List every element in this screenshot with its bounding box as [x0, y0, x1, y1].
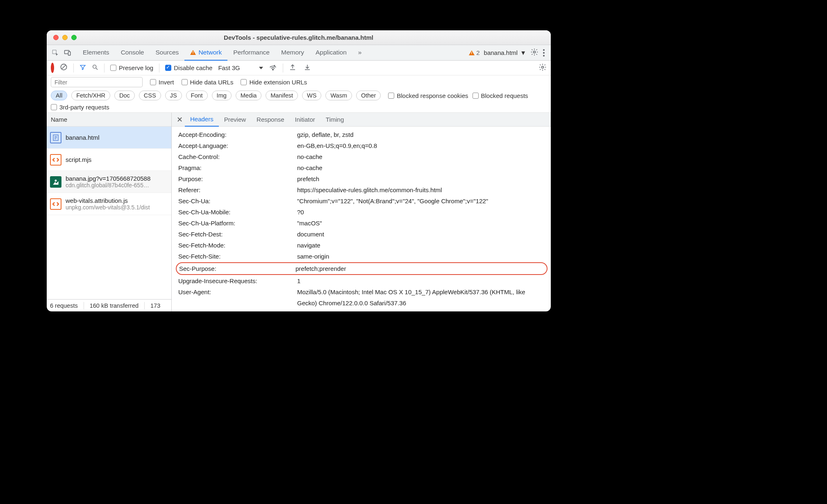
header-key: Upgrade-Insecure-Requests: — [178, 275, 297, 286]
header-row: Cache-Control:no-cache — [178, 151, 551, 162]
third-party-checkbox[interactable]: 3rd-party requests — [51, 104, 109, 111]
request-row[interactable]: banana.jpg?v=1705668720588 cdn.glitch.gl… — [47, 171, 171, 193]
download-har-icon[interactable] — [304, 64, 311, 73]
type-filter-wasm[interactable]: Wasm — [325, 91, 352, 100]
header-key: Purpose: — [178, 173, 297, 184]
type-filter-doc[interactable]: Doc — [114, 91, 135, 100]
inspect-icon[interactable] — [49, 47, 61, 59]
issues-counter[interactable]: 2 — [469, 49, 479, 56]
header-row: Sec-Fetch-Mode:navigate — [178, 240, 551, 251]
header-key: User-Agent: — [178, 286, 297, 309]
type-filter-other[interactable]: Other — [356, 91, 381, 100]
svg-point-3 — [534, 51, 536, 53]
svg-point-12 — [542, 66, 544, 68]
disable-cache-checkbox[interactable]: Disable cache — [165, 64, 212, 71]
type-filter-ws[interactable]: WS — [302, 91, 321, 100]
network-conditions-icon[interactable] — [269, 63, 277, 73]
header-value: prefetch — [297, 173, 551, 184]
upload-har-icon[interactable] — [289, 64, 296, 73]
minimize-window-button[interactable] — [62, 35, 68, 40]
more-tabs-button[interactable]: » — [352, 45, 368, 61]
resources-size: 173 — [150, 302, 160, 309]
header-value: no-cache — [297, 151, 551, 162]
svg-point-4 — [543, 49, 545, 51]
request-list-panel: Name banana.html script.mjs banana.jpg?v… — [47, 113, 172, 311]
throttling-select[interactable]: Fast 3G — [218, 64, 263, 71]
clear-button[interactable] — [60, 63, 68, 73]
detail-tab-initiator[interactable]: Initiator — [290, 113, 320, 127]
header-key: Accept-Language: — [178, 140, 297, 151]
detail-tab-timing[interactable]: Timing — [320, 113, 349, 127]
preserve-log-checkbox[interactable]: Preserve log — [110, 64, 153, 71]
svg-point-11 — [273, 69, 274, 70]
detail-tab-headers[interactable]: Headers — [185, 113, 219, 127]
header-value: Mozilla/5.0 (Macintosh; Intel Mac OS X 1… — [297, 286, 551, 309]
filter-icon[interactable] — [80, 64, 86, 72]
header-key: Sec-Ch-Ua-Platform: — [178, 218, 297, 229]
network-settings-icon[interactable] — [538, 63, 547, 73]
type-filter-img[interactable]: Img — [212, 91, 232, 100]
detail-tab-response[interactable]: Response — [251, 113, 290, 127]
tab-console[interactable]: Console — [115, 45, 150, 61]
request-count: 6 requests — [50, 302, 78, 309]
type-filter-font[interactable]: Font — [186, 91, 208, 100]
detail-panel: ✕ Headers Preview Response Initiator Tim… — [172, 113, 551, 311]
type-filter-css[interactable]: CSS — [139, 91, 161, 100]
blocked-requests-checkbox[interactable]: Blocked requests — [473, 92, 528, 99]
header-row: Accept-Encoding:gzip, deflate, br, zstd — [178, 129, 551, 140]
header-value: gzip, deflate, br, zstd — [297, 129, 551, 140]
chevron-down-icon: ▼ — [520, 49, 526, 56]
titlebar: DevTools - speculative-rules.glitch.me/b… — [47, 30, 551, 45]
close-window-button[interactable] — [53, 35, 59, 40]
blocked-cookies-checkbox[interactable]: Blocked response cookies — [388, 92, 468, 99]
type-filter-media[interactable]: Media — [236, 91, 262, 100]
header-row: Sec-Purpose:prefetch;prerender — [176, 262, 548, 275]
context-selector[interactable]: banana.html▼ — [484, 49, 526, 56]
panel-tabs: Elements Console Sources Network Perform… — [77, 45, 469, 61]
type-filter-manifest[interactable]: Manifest — [266, 91, 298, 100]
hide-ext-urls-checkbox[interactable]: Hide extension URLs — [241, 79, 307, 86]
status-bar: 6 requests 160 kB transferred 173 — [47, 299, 171, 311]
window-title: DevTools - speculative-rules.glitch.me/b… — [77, 34, 551, 41]
header-value: "Chromium";v="122", "Not(A:Brand";v="24"… — [297, 195, 551, 207]
header-key: Sec-Ch-Ua-Mobile: — [178, 207, 297, 218]
detail-tab-preview[interactable]: Preview — [219, 113, 251, 127]
filter-input[interactable] — [51, 77, 143, 87]
header-value: https://speculative-rules.glitch.me/comm… — [297, 184, 551, 195]
type-filter-all[interactable]: All — [51, 91, 67, 100]
script-icon — [50, 154, 61, 166]
invert-checkbox[interactable]: Invert — [150, 79, 174, 86]
header-row: Sec-Fetch-Site:same-origin — [178, 251, 551, 262]
hide-data-urls-checkbox[interactable]: Hide data URLs — [182, 79, 234, 86]
header-key: Sec-Fetch-Site: — [178, 251, 297, 262]
record-button[interactable] — [51, 64, 54, 72]
request-row[interactable]: script.mjs — [47, 149, 171, 171]
header-value: prefetch;prerender — [295, 263, 544, 274]
tab-elements[interactable]: Elements — [77, 45, 115, 61]
tab-performance[interactable]: Performance — [227, 45, 275, 61]
tab-memory[interactable]: Memory — [275, 45, 310, 61]
tab-network[interactable]: Network — [184, 45, 227, 61]
tab-sources[interactable]: Sources — [150, 45, 185, 61]
request-row[interactable]: banana.html — [47, 127, 171, 149]
tab-application[interactable]: Application — [310, 45, 352, 61]
zoom-window-button[interactable] — [71, 35, 77, 40]
type-filter-fetch[interactable]: Fetch/XHR — [71, 91, 110, 100]
svg-point-5 — [543, 52, 545, 54]
header-row: User-Agent:Mozilla/5.0 (Macintosh; Intel… — [178, 286, 551, 309]
header-row: Sec-Ch-Ua-Platform:"macOS" — [178, 218, 551, 229]
header-key: Sec-Fetch-Dest: — [178, 229, 297, 240]
type-filter-js[interactable]: JS — [165, 91, 182, 100]
header-value: en-GB,en-US;q=0.9,en;q=0.8 — [297, 140, 551, 151]
traffic-lights — [47, 35, 77, 40]
header-value: navigate — [297, 240, 551, 251]
svg-line-8 — [62, 65, 66, 69]
request-row[interactable]: web-vitals.attribution.js unpkg.com/web-… — [47, 193, 171, 215]
search-icon[interactable] — [92, 64, 98, 72]
close-detail-button[interactable]: ✕ — [174, 115, 185, 124]
settings-icon[interactable] — [530, 48, 538, 58]
more-icon[interactable] — [543, 49, 545, 57]
device-icon[interactable] — [61, 47, 74, 59]
header-row: Pragma:no-cache — [178, 162, 551, 173]
name-column-header[interactable]: Name — [47, 113, 171, 127]
